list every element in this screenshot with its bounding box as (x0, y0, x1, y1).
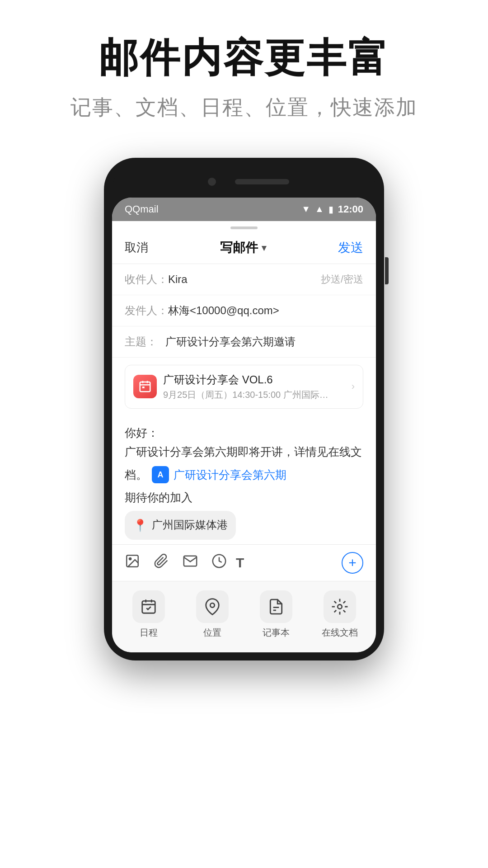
subject-value[interactable]: 广研设计分享会第六期邀请 (165, 335, 363, 349)
tab-calendar[interactable]: 日程 (117, 590, 180, 639)
phone-outer: QQmail ▼ ▲ ▮ 12:00 取消 写邮件 (104, 158, 384, 660)
notes-tab-icon (260, 590, 292, 623)
compose-header: 取消 写邮件 ▾ 发送 (112, 232, 376, 264)
attachment-info: 广研设计分享会 VOL.6 9月25日（周五）14:30-15:00 广州国际… (163, 373, 352, 401)
bottom-tab-bar: 日程 位置 (112, 581, 376, 652)
location-text: 广州国际媒体港 (152, 516, 228, 534)
body-line1: 你好： (125, 423, 363, 443)
body-line3: 档。 (125, 465, 147, 485)
compose-toolbar: T + (112, 544, 376, 581)
attachment-detail: 9月25日（周五）14:30-15:00 广州国际… (163, 389, 352, 401)
doc-link-row: 档。 A 广研设计分享会第六期 (125, 465, 363, 485)
image-icon[interactable] (125, 553, 140, 572)
svg-point-6 (129, 558, 131, 560)
toolbar-icons (125, 553, 227, 572)
drag-handle (112, 221, 376, 232)
status-icons: ▼ ▲ ▮ 12:00 (301, 203, 363, 215)
power-button (385, 257, 389, 284)
battery-icon: ▮ (328, 204, 333, 215)
phone-screen: QQmail ▼ ▲ ▮ 12:00 取消 写邮件 (112, 198, 376, 652)
online-doc-tab-label: 在线文档 (322, 627, 358, 639)
add-more-button[interactable]: + (342, 552, 363, 574)
status-time: 12:00 (338, 203, 363, 215)
mail-icon[interactable] (183, 553, 198, 572)
cc-button[interactable]: 抄送/密送 (321, 273, 363, 286)
subject-field: 主题： 广研设计分享会第六期邀请 (112, 326, 376, 358)
doc-icon-label: A (158, 468, 164, 482)
cancel-button[interactable]: 取消 (125, 240, 148, 255)
from-value[interactable]: 林海<10000@qq.com> (168, 303, 363, 318)
dropdown-icon[interactable]: ▾ (262, 242, 266, 253)
signal-icon: ▲ (315, 204, 324, 214)
notes-tab-label: 记事本 (263, 627, 290, 639)
from-field: 发件人： 林海<10000@qq.com> (112, 295, 376, 326)
svg-rect-8 (142, 601, 155, 613)
to-field: 收件人： Kira 抄送/密送 (112, 264, 376, 295)
tab-notes[interactable]: 记事本 (244, 590, 308, 639)
svg-rect-4 (142, 387, 145, 388)
svg-rect-0 (140, 382, 150, 392)
body-line2: 广研设计分享会第六期即将开讲，详情见在线文 (125, 442, 363, 462)
from-label: 发件人： (125, 303, 168, 318)
compose-title-row: 写邮件 ▾ (220, 239, 266, 256)
attachment-title: 广研设计分享会 VOL.6 (163, 373, 352, 387)
calendar-tab-icon (132, 590, 165, 623)
handle-bar (230, 226, 258, 229)
plus-icon: + (348, 555, 357, 571)
send-button[interactable]: 发送 (338, 239, 363, 256)
attachment-arrow-icon: › (352, 381, 355, 392)
phone-notch (112, 166, 376, 198)
calendar-icon (133, 375, 157, 398)
compose-title-label: 写邮件 (220, 239, 258, 256)
doc-link-text[interactable]: 广研设计分享会第六期 (174, 465, 286, 485)
status-app-name: QQmail (125, 203, 159, 215)
camera-dot (208, 178, 216, 186)
svg-point-12 (210, 603, 215, 608)
svg-line-18 (334, 601, 336, 603)
page-title: 邮件内容更丰富 (27, 36, 461, 80)
tab-location[interactable]: 位置 (180, 590, 244, 639)
to-value[interactable]: Kira (168, 273, 321, 286)
wifi-icon: ▼ (301, 204, 310, 214)
svg-line-19 (343, 610, 345, 612)
attach-icon[interactable] (154, 553, 169, 572)
email-body[interactable]: 你好： 广研设计分享会第六期即将开讲，详情见在线文 档。 A 广研设计分享会第六… (112, 416, 376, 544)
text-format-icon[interactable]: T (236, 555, 244, 571)
location-chip[interactable]: 📍 广州国际媒体港 (125, 511, 236, 540)
clock-icon[interactable] (211, 553, 227, 572)
location-tab-label: 位置 (203, 627, 221, 639)
location-tab-icon (196, 590, 229, 623)
doc-icon: A (152, 466, 169, 483)
body-line4: 期待你的加入 (125, 488, 363, 507)
phone-mockup-container: QQmail ▼ ▲ ▮ 12:00 取消 写邮件 (0, 158, 488, 660)
subject-label: 主题： (125, 335, 165, 349)
location-pin-icon: 📍 (133, 515, 147, 535)
svg-line-23 (343, 601, 345, 603)
online-doc-tab-icon (324, 590, 356, 623)
status-bar: QQmail ▼ ▲ ▮ 12:00 (112, 198, 376, 221)
page-subtitle: 记事、文档、日程、位置，快速添加 (27, 94, 461, 122)
calendar-tab-label: 日程 (140, 627, 158, 639)
svg-point-15 (338, 604, 342, 609)
compose-area: 取消 写邮件 ▾ 发送 收件人： Kira 抄送/密送 发件人： 林海<10 (112, 221, 376, 652)
speaker-grille (235, 179, 289, 184)
page-header: 邮件内容更丰富 记事、文档、日程、位置，快速添加 (0, 0, 488, 140)
tab-online-doc[interactable]: 在线文档 (308, 590, 371, 639)
svg-line-22 (334, 610, 336, 612)
to-label: 收件人： (125, 272, 168, 287)
calendar-attachment[interactable]: 广研设计分享会 VOL.6 9月25日（周五）14:30-15:00 广州国际…… (125, 365, 363, 409)
